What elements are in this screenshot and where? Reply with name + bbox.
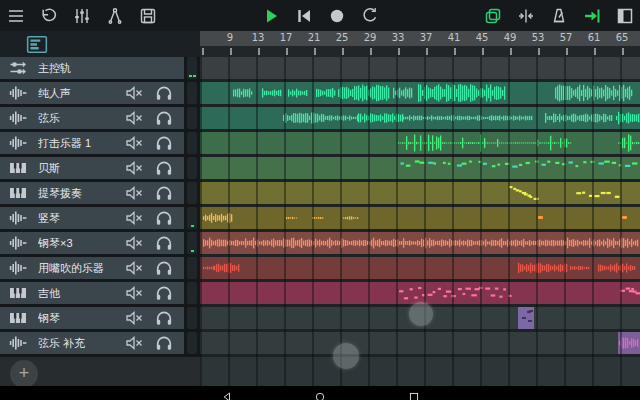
track-meter [187, 157, 197, 179]
mixer-button[interactable] [71, 5, 93, 27]
ruler-tick [594, 48, 596, 55]
mute-button[interactable] [124, 233, 144, 253]
add-track-button[interactable]: + [10, 360, 38, 388]
mute-button[interactable] [124, 83, 144, 103]
track-header[interactable]: 弦乐 [0, 107, 200, 129]
track-header-body[interactable]: 吉他 [0, 282, 184, 304]
track-lane[interactable] [200, 57, 640, 79]
track-header[interactable]: 主控轨 [0, 57, 200, 79]
track-lane[interactable] [200, 232, 640, 254]
ruler-bar-number: 25 [331, 32, 353, 43]
clone-button[interactable] [482, 5, 504, 27]
save-button[interactable] [137, 5, 159, 27]
track-header[interactable]: 钢琴×3 [0, 232, 200, 254]
track-header-body[interactable]: 钢琴 [0, 307, 184, 329]
track-header-body[interactable]: 用嘴吹的乐器 [0, 257, 184, 279]
track-lane[interactable] [200, 157, 640, 179]
timeline[interactable] [200, 57, 640, 386]
track-header-body[interactable]: 钢琴×3 [0, 232, 184, 254]
solo-headphones-button[interactable] [154, 183, 174, 203]
track-header[interactable]: 贝斯 [0, 157, 200, 179]
clip[interactable] [618, 332, 640, 354]
solo-headphones-button[interactable] [154, 158, 174, 178]
track-header[interactable]: 竖琴 [0, 207, 200, 229]
toolbar [0, 0, 640, 31]
bar-ruler[interactable]: 91317212529333741454953576165 [200, 31, 640, 46]
track-header-body[interactable]: 纯人声 [0, 82, 184, 104]
loop-button[interactable] [359, 5, 381, 27]
solo-headphones-button[interactable] [154, 333, 174, 353]
mute-button[interactable] [124, 258, 144, 278]
mute-button[interactable] [124, 108, 144, 128]
track-header[interactable]: 纯人声 [0, 82, 200, 104]
solo-headphones-button[interactable] [154, 133, 174, 153]
track-header-body[interactable]: 打击乐器 1 [0, 132, 184, 154]
nav-home-button[interactable] [315, 388, 325, 398]
track-name: 钢琴×3 [38, 236, 124, 251]
mute-button[interactable] [124, 183, 144, 203]
solo-headphones-button[interactable] [154, 108, 174, 128]
track-lane[interactable] [200, 182, 640, 204]
track-header[interactable]: 钢琴 [0, 307, 200, 329]
ruler-bar-number: 57 [555, 32, 577, 43]
track-header-body[interactable]: 竖琴 [0, 207, 184, 229]
track-meter [187, 332, 197, 354]
solo-headphones-button[interactable] [154, 283, 174, 303]
track-header-body[interactable]: 主控轨 [0, 57, 184, 79]
panel-split-button[interactable] [614, 5, 636, 27]
track-meter [187, 82, 197, 104]
ruler-bar-number: 29 [359, 32, 381, 43]
metronome-button[interactable] [548, 5, 570, 27]
track-lane[interactable] [200, 332, 640, 354]
track-header-body[interactable]: 弦乐 [0, 107, 184, 129]
record-button[interactable] [326, 5, 348, 27]
mute-button[interactable] [124, 133, 144, 153]
track-lane[interactable] [200, 132, 640, 154]
flex-tool-button[interactable] [104, 5, 126, 27]
track-lane[interactable] [200, 207, 640, 229]
solo-headphones-button[interactable] [154, 308, 174, 328]
play-button[interactable] [260, 5, 282, 27]
undo-button[interactable] [38, 5, 60, 27]
tracks-view-icon[interactable] [26, 34, 48, 54]
menu-button[interactable] [5, 5, 27, 27]
track-header-body[interactable]: 弦乐 补充 [0, 332, 184, 354]
track-header[interactable]: 提琴拨奏 [0, 182, 200, 204]
skip-start-button[interactable] [293, 5, 315, 27]
track-header[interactable]: 吉他 [0, 282, 200, 304]
mute-button[interactable] [124, 208, 144, 228]
timeline-empty-area[interactable] [200, 357, 640, 386]
track-meter [187, 107, 197, 129]
follow-button[interactable] [581, 5, 603, 27]
track-header-body[interactable]: 提琴拨奏 [0, 182, 184, 204]
arranger: 主控轨纯人声弦乐打击乐器 1贝斯提琴拨奏竖琴钢琴×3用嘴吹的乐器吉他钢琴弦乐 补… [0, 57, 640, 386]
nav-back-button[interactable] [222, 388, 232, 398]
track-meter [187, 182, 197, 204]
track-header[interactable]: 打击乐器 1 [0, 132, 200, 154]
ruler-tick [622, 48, 624, 55]
mute-button[interactable] [124, 333, 144, 353]
track-lane[interactable] [200, 257, 640, 279]
track-lane[interactable] [200, 282, 640, 304]
ruler-bar-number: 17 [275, 32, 297, 43]
mute-button[interactable] [124, 283, 144, 303]
track-header-body[interactable]: 贝斯 [0, 157, 184, 179]
ruler-bar-number: 49 [499, 32, 521, 43]
mute-button[interactable] [124, 158, 144, 178]
solo-headphones-button[interactable] [154, 208, 174, 228]
nav-recents-button[interactable] [409, 388, 419, 398]
mute-button[interactable] [124, 308, 144, 328]
solo-headphones-button[interactable] [154, 233, 174, 253]
track-lane[interactable] [200, 82, 640, 104]
solo-headphones-button[interactable] [154, 83, 174, 103]
snap-button[interactable] [515, 5, 537, 27]
ruler-bar-number: 9 [219, 32, 241, 43]
clip[interactable] [518, 307, 534, 329]
track-lane[interactable] [200, 107, 640, 129]
track-name: 吉他 [38, 286, 124, 301]
note-dot [622, 216, 627, 219]
ruler-tick [454, 48, 456, 55]
solo-headphones-button[interactable] [154, 258, 174, 278]
track-header[interactable]: 用嘴吹的乐器 [0, 257, 200, 279]
track-header[interactable]: 弦乐 补充 [0, 332, 200, 354]
